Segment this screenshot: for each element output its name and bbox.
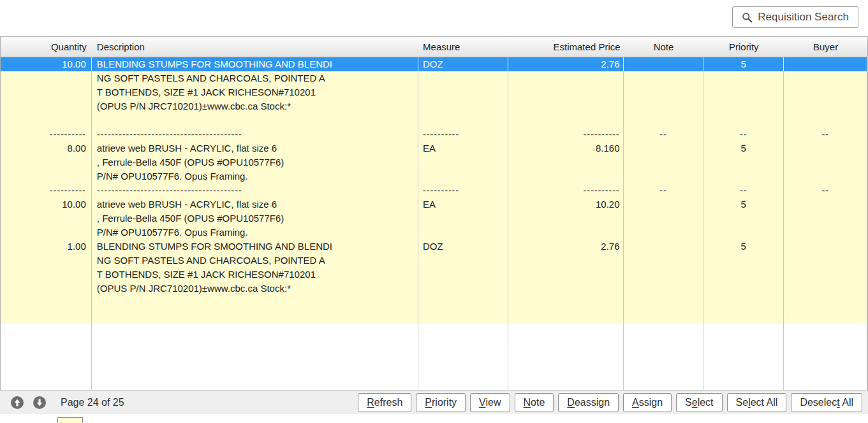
cell-note: [624, 141, 704, 155]
deassign-button[interactable]: Deassign: [558, 393, 619, 412]
cell-quantity: [1, 99, 92, 113]
table-row[interactable]: 8.00atrieve web BRUSH - ACRYLIC, flat si…: [1, 141, 867, 155]
priority-button[interactable]: Priority: [416, 393, 466, 412]
cell-price: [508, 212, 624, 226]
table-row[interactable]: (OPUS P/N JRC710201)±www.cbc.ca Stock:*: [1, 99, 867, 113]
cell-note: [624, 226, 704, 240]
cell-priority: [703, 212, 784, 226]
table-row[interactable]: [1, 296, 867, 310]
cell-quantity: [1, 282, 92, 296]
cell-description: BLENDING STUMPS FOR SMOOTHING AND BLENDI: [92, 240, 418, 254]
table-row[interactable]: P/N# OPU10577F6. Opus Framing.: [1, 226, 867, 240]
cell-description: P/N# OPU10577F6. Opus Framing.: [92, 169, 418, 183]
deselect-all-button[interactable]: Deselect All: [791, 393, 862, 412]
cell-measure: [418, 169, 508, 183]
table-row-selected[interactable]: 10.00BLENDING STUMPS FOR SMOOTHING AND B…: [1, 57, 867, 71]
empty-cell-measure: [418, 324, 508, 390]
cell-quantity: [1, 85, 92, 99]
select-all-button[interactable]: Select All: [727, 393, 787, 412]
cell-note: [624, 57, 704, 71]
cell-description: , Ferrule-Bella 450F (OPUS #OPU10577F6): [92, 155, 418, 169]
cell-priority: [703, 85, 784, 99]
cell-description: [92, 113, 418, 127]
table-row[interactable]: [1, 310, 867, 324]
cell-measure: [418, 155, 508, 169]
table-row[interactable]: ----------------------------------------…: [1, 183, 867, 197]
cell-quantity: ----------: [1, 127, 92, 141]
cell-measure: ----------: [418, 183, 508, 197]
cell-price: [508, 155, 624, 169]
cell-description: (OPUS P/N JRC710201)±www.cbc.ca Stock:*: [92, 99, 418, 113]
cell-note: [624, 268, 704, 282]
table-row[interactable]: NG SOFT PASTELS AND CHARCOALS, POINTED A: [1, 254, 867, 268]
table-row[interactable]: P/N# OPU10577F6. Opus Framing.: [1, 169, 867, 183]
table-row[interactable]: 10.00atrieve web BRUSH - ACRYLIC, flat s…: [1, 197, 867, 212]
cell-measure: [418, 310, 508, 324]
footer-bar: Page 24 of 25 RefreshPriorityViewNoteDea…: [0, 390, 868, 414]
view-button[interactable]: View: [470, 393, 510, 412]
cell-measure: ----------: [418, 127, 508, 141]
table-row[interactable]: , Ferrule-Bella 450F (OPUS #OPU10577F6): [1, 212, 867, 226]
cell-buyer: --: [784, 183, 867, 197]
cell-description: BLENDING STUMPS FOR SMOOTHING AND BLENDI: [92, 57, 418, 71]
cell-buyer: [784, 99, 867, 113]
cell-price: 10.20: [508, 197, 624, 212]
cell-quantity: [1, 226, 92, 240]
cell-price: [508, 268, 624, 282]
requisition-search-button[interactable]: Requisition Search: [732, 6, 858, 28]
cell-quantity: 10.00: [1, 197, 92, 212]
table-row[interactable]: , Ferrule-Bella 450F (OPUS #OPU10577F6): [1, 155, 867, 169]
cell-quantity: 8.00: [1, 141, 92, 155]
legend-swatch-yellow: [57, 417, 83, 423]
cell-quantity: 10.00: [1, 57, 92, 71]
cell-description: atrieve web BRUSH - ACRYLIC, flat size 6: [92, 197, 418, 212]
empty-cell-price: [508, 324, 624, 390]
cell-description: T BOTHENDS, SIZE #1 JACK RICHESON#710201: [92, 268, 418, 282]
table-row[interactable]: [1, 113, 867, 127]
table-row[interactable]: ----------------------------------------…: [1, 127, 867, 141]
cell-price: [508, 71, 624, 85]
cell-note: [624, 85, 704, 99]
cell-buyer: [784, 240, 867, 254]
cell-priority: [703, 169, 784, 183]
cell-quantity: [1, 212, 92, 226]
table-header: QuantityDescriptionMeasureEstimated Pric…: [1, 37, 867, 57]
cell-buyer: [784, 71, 867, 85]
cell-note: [624, 254, 704, 268]
cell-price: 2.76: [508, 57, 624, 71]
cell-priority: [703, 226, 784, 240]
assign-button[interactable]: Assign: [623, 393, 672, 412]
cell-buyer: [784, 226, 867, 240]
cell-buyer: [784, 212, 867, 226]
cell-description: (OPUS P/N JRC710201)±www.cbc.ca Stock:*: [92, 282, 418, 296]
select-button[interactable]: Select: [676, 393, 722, 412]
table-row[interactable]: T BOTHENDS, SIZE #1 JACK RICHESON#710201: [1, 85, 867, 99]
search-icon: [742, 12, 753, 23]
cell-measure: [418, 212, 508, 226]
cell-buyer: [784, 310, 867, 324]
arrow-up-icon: [11, 396, 24, 409]
cell-priority: --: [703, 127, 784, 141]
table-row[interactable]: NG SOFT PASTELS AND CHARCOALS, POINTED A: [1, 71, 867, 85]
page-up-button[interactable]: [11, 396, 24, 409]
empty-cell-quantity: [1, 324, 92, 390]
note-button[interactable]: Note: [515, 393, 554, 412]
cell-price: [508, 85, 624, 99]
refresh-button[interactable]: Refresh: [358, 393, 411, 412]
cell-priority: --: [703, 183, 784, 197]
cell-price: ----------: [508, 183, 624, 197]
cell-price: [508, 310, 624, 324]
cell-note: [624, 240, 704, 254]
column-header-price: Estimated Price: [508, 37, 624, 57]
page-down-button[interactable]: [33, 396, 46, 409]
cell-measure: EA: [418, 141, 508, 155]
cell-description: atrieve web BRUSH - ACRYLIC, flat size 6: [92, 141, 418, 155]
empty-cell-note: [624, 324, 704, 390]
table-row[interactable]: T BOTHENDS, SIZE #1 JACK RICHESON#710201: [1, 268, 867, 282]
table-row[interactable]: (OPUS P/N JRC710201)±www.cbc.ca Stock:*: [1, 282, 867, 296]
table-row[interactable]: 1.00BLENDING STUMPS FOR SMOOTHING AND BL…: [1, 240, 867, 254]
cell-buyer: [784, 85, 867, 99]
cell-priority: 5: [703, 240, 784, 254]
cell-priority: [703, 268, 784, 282]
cell-price: [508, 254, 624, 268]
